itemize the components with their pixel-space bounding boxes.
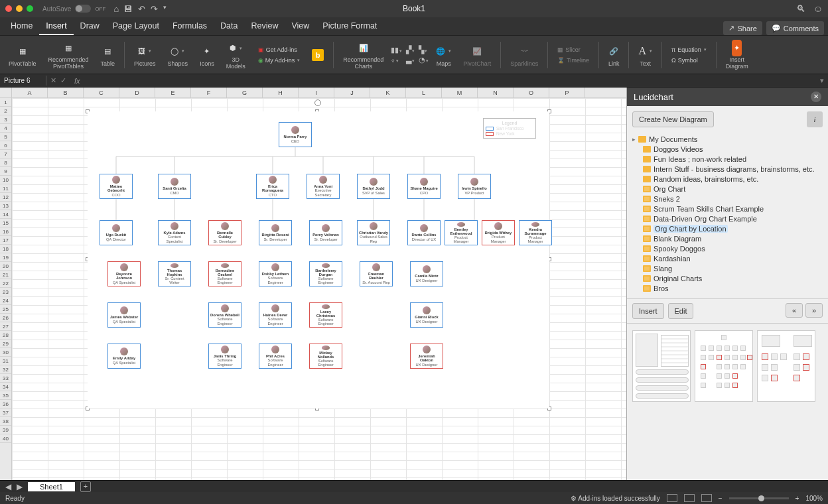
row-header[interactable]: 13 (0, 202, 11, 210)
ribbon-tab-page-layout[interactable]: Page Layout (106, 18, 166, 35)
row-header[interactable]: 28 (0, 331, 11, 340)
qat-more-icon[interactable]: ▾ (163, 4, 167, 14)
text-button[interactable]: A▾Text (634, 38, 657, 71)
row-header[interactable]: 8 (0, 158, 11, 167)
col-header[interactable]: H (263, 88, 299, 97)
tree-item[interactable]: Intern Stuff - business diagrams, brains… (631, 164, 824, 174)
redo-icon[interactable]: ↷ (151, 4, 158, 14)
add-sheet-button[interactable]: + (80, 481, 91, 492)
row-header[interactable]: 38 (0, 417, 11, 426)
slicer-button[interactable]: ▦ Slicer (557, 46, 581, 53)
row-header[interactable]: 9 (0, 167, 11, 176)
insert-button[interactable]: Insert (632, 303, 664, 319)
zoom-slider[interactable] (729, 497, 789, 499)
share-button[interactable]: ↗Share (723, 21, 762, 35)
bing-maps-button[interactable]: b (307, 38, 328, 71)
row-header[interactable]: 10 (0, 176, 11, 184)
edit-button[interactable]: Edit (668, 303, 694, 319)
row-header[interactable]: 36 (0, 400, 11, 409)
col-header[interactable]: P (549, 88, 585, 97)
pivotchart-button[interactable]: 📈PivotChart (458, 38, 496, 71)
page-break-view-icon[interactable] (701, 494, 712, 502)
row-header[interactable]: 1 (0, 98, 11, 107)
expand-formula-icon[interactable]: ▾ (816, 76, 828, 85)
row-header[interactable]: 35 (0, 391, 11, 400)
home-icon[interactable]: ⌂ (113, 4, 119, 14)
ribbon-tab-insert[interactable]: Insert (39, 18, 73, 35)
fx-icon[interactable]: fx (70, 77, 84, 85)
row-header[interactable]: 5 (0, 133, 11, 141)
fullscreen-window-button[interactable] (27, 5, 33, 12)
sheet-tab[interactable]: Sheet1 (28, 482, 75, 491)
row-header[interactable]: 4 (0, 124, 11, 133)
row-header[interactable]: 3 (0, 115, 11, 124)
worksheet-area[interactable]: ABCDEFGHIJKLMNOP 12345678910111213141516… (0, 88, 626, 480)
select-all-cell[interactable] (0, 88, 12, 97)
page-layout-view-icon[interactable] (684, 494, 695, 502)
ribbon-tab-home[interactable]: Home (4, 18, 39, 35)
search-icon[interactable]: 🔍︎ (796, 3, 805, 14)
sheet-nav-prev-icon[interactable]: ◀ (5, 482, 11, 491)
preview-thumb[interactable] (695, 330, 753, 402)
row-header[interactable]: 31 (0, 357, 11, 365)
table-button[interactable]: ▤Table (96, 38, 120, 71)
row-header[interactable]: 39 (0, 426, 11, 434)
timeline-button[interactable]: ⌛ Timeline (557, 57, 589, 64)
row-header[interactable]: 17 (0, 236, 11, 245)
pictures-button[interactable]: 🖼▾Pictures (129, 38, 161, 71)
row-header[interactable]: 37 (0, 409, 11, 417)
row-header[interactable]: 33 (0, 374, 11, 383)
row-header[interactable]: 19 (0, 253, 11, 262)
inserted-diagram-picture[interactable]: Legend San Francisco New York Norma Parr… (88, 111, 549, 409)
col-header[interactable]: G (227, 88, 263, 97)
tree-item[interactable]: Doggos Videos (631, 144, 824, 154)
ribbon-tab-picture-format[interactable]: Picture Format (316, 18, 383, 35)
zoom-level[interactable]: 100% (805, 495, 823, 502)
ribbon-tab-view[interactable]: View (285, 18, 316, 35)
row-header[interactable]: 40 (0, 434, 11, 443)
undo-icon[interactable]: ↶ (138, 4, 145, 14)
col-header[interactable]: K (370, 88, 406, 97)
ribbon-tab-draw[interactable]: Draw (74, 18, 106, 35)
tree-item[interactable]: Spooky Doggos (631, 243, 824, 253)
row-header[interactable]: 16 (0, 227, 11, 236)
col-header[interactable]: M (442, 88, 478, 97)
enter-icon[interactable]: ✓ (60, 76, 66, 85)
sheet-nav-next-icon[interactable]: ▶ (17, 482, 23, 491)
formula-input[interactable] (84, 80, 816, 82)
3d-models-button[interactable]: ⬢▾3D Models (222, 38, 250, 71)
document-tree[interactable]: ▸My DocumentsDoggos VideosFun Ideas ; no… (627, 133, 828, 298)
col-header[interactable]: L (406, 88, 442, 97)
tree-item[interactable]: Org Chart by Location (631, 223, 824, 233)
row-header[interactable]: 25 (0, 305, 11, 314)
comments-button[interactable]: 💬Comments (766, 21, 824, 35)
account-icon[interactable]: ☺ (813, 3, 823, 14)
shapes-button[interactable]: ◯▾Shapes (163, 38, 193, 71)
col-header[interactable]: N (478, 88, 514, 97)
name-box[interactable]: Picture 6 (0, 76, 46, 86)
ribbon-tab-formulas[interactable]: Formulas (166, 18, 214, 35)
row-header[interactable]: 15 (0, 219, 11, 227)
column-headers[interactable]: ABCDEFGHIJKLMNOP (0, 88, 626, 98)
recommended-pivottables-button[interactable]: ▦Recommended PivotTables (44, 38, 94, 71)
get-addins-button[interactable]: ▣Get Add-ins (258, 46, 297, 53)
ribbon-tab-data[interactable]: Data (214, 18, 244, 35)
insert-diagram-button[interactable]: ✦Insert Diagram (721, 38, 753, 71)
row-header[interactable]: 27 (0, 322, 11, 331)
row-headers[interactable]: 1234567891011121314151617181920212223242… (0, 98, 12, 480)
tree-item[interactable]: Blank Diagram (631, 233, 824, 243)
row-header[interactable]: 12 (0, 193, 11, 202)
row-header[interactable]: 23 (0, 288, 11, 296)
prev-page-button[interactable]: « (786, 303, 803, 318)
info-icon[interactable]: i (807, 111, 823, 127)
recommended-charts-button[interactable]: 📊Recommended Charts (338, 38, 388, 71)
cancel-icon[interactable]: ✕ (50, 76, 56, 85)
tree-item[interactable]: Random ideas, brainstorms, etc. (631, 174, 824, 184)
my-addins-button[interactable]: ◉My Add-ins▾ (258, 57, 301, 64)
tree-item[interactable]: Original Charts (631, 273, 824, 283)
create-new-diagram-button[interactable]: Create New Diagram (632, 111, 714, 127)
col-header[interactable]: F (191, 88, 227, 97)
symbol-button[interactable]: Ω Symbol (671, 57, 698, 64)
row-header[interactable]: 14 (0, 210, 11, 219)
chart-type-grid[interactable]: ▮▮▾▞▾▚▾ ⬨▾▃▾◔▾ (391, 46, 429, 64)
